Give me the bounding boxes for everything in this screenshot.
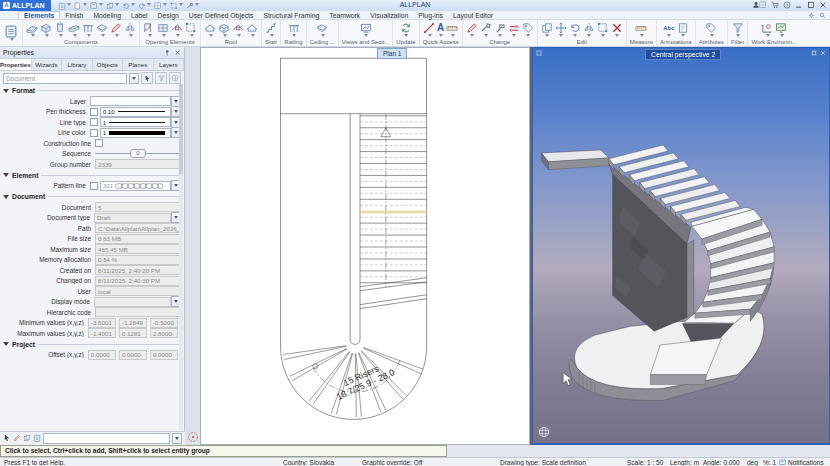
palette-tab-objects[interactable]: Objects — [93, 59, 123, 70]
settings-gear-icon[interactable] — [808, 12, 815, 20]
palette-window-icon[interactable] — [169, 72, 181, 84]
status-angle-unit[interactable]: deg — [747, 459, 758, 466]
line-color-checkbox[interactable] — [90, 129, 98, 137]
attributes-tag-icon[interactable] — [705, 22, 717, 39]
measure-tool-icon[interactable] — [635, 22, 647, 39]
line-type-field[interactable]: 1 — [100, 117, 172, 127]
tab-visualization[interactable]: Visualization — [365, 11, 413, 19]
draw-line-icon[interactable] — [423, 22, 435, 39]
delete-tool-icon[interactable] — [611, 22, 623, 39]
apply-properties-icon[interactable] — [13, 434, 21, 443]
match-properties-icon[interactable] — [522, 22, 534, 39]
windows-layout-icon[interactable] — [153, 0, 168, 11]
compass-icon[interactable] — [187, 431, 199, 443]
layer-field[interactable] — [90, 96, 171, 106]
sequence-slider[interactable]: 0 — [95, 149, 181, 158]
open-file-icon[interactable] — [105, 0, 120, 11]
roof-frame-icon[interactable] — [218, 22, 230, 39]
minimize-button[interactable] — [795, 1, 803, 10]
view-section-icon[interactable] — [360, 22, 372, 39]
new-file-icon[interactable] — [73, 0, 88, 11]
tab-teamwork[interactable]: Teamwork — [324, 11, 365, 19]
mirror-tool-icon[interactable] — [583, 22, 595, 39]
status-notifications[interactable]: Notifications — [779, 459, 823, 466]
roof-covering-icon[interactable] — [246, 22, 258, 39]
line-color-field[interactable]: 1 — [100, 128, 172, 138]
palette-tab-planes[interactable]: Planes — [123, 59, 153, 70]
tab-layout-editor[interactable]: Layout Editor — [448, 11, 498, 19]
tab-structural-framing[interactable]: Structural Framing — [258, 11, 324, 19]
status-scale[interactable]: Scale:1 : 50 — [627, 459, 663, 466]
roof-tool-icon[interactable] — [204, 22, 216, 39]
document-icon[interactable] — [57, 0, 72, 11]
wall-line-icon[interactable] — [82, 22, 94, 39]
filter-combo-dropdown[interactable] — [129, 73, 139, 84]
favorites-combo[interactable] — [43, 433, 170, 444]
line-type-checkbox[interactable] — [90, 118, 98, 126]
search-icon[interactable] — [819, 12, 826, 20]
window-tool-icon[interactable] — [157, 22, 169, 39]
stair-tool-icon[interactable] — [265, 22, 277, 39]
door-tool-icon[interactable] — [143, 22, 155, 39]
favorites-dropdown[interactable] — [172, 433, 182, 444]
pen-thickness-field[interactable]: 0.10 — [100, 107, 172, 117]
opening-tool-icon[interactable] — [171, 22, 183, 39]
update-3d-icon[interactable] — [400, 22, 412, 39]
save-icon[interactable] — [89, 0, 104, 11]
move-tool-icon[interactable] — [555, 22, 567, 39]
palette-tab-properties[interactable]: Properties — [0, 59, 32, 70]
modify-pen-icon[interactable] — [466, 22, 478, 39]
element-filter-combo[interactable]: Document — [3, 73, 127, 84]
help-icon[interactable]: ? — [783, 1, 791, 10]
copy-tool-icon[interactable] — [541, 22, 553, 39]
column-tool-icon[interactable] — [54, 22, 66, 39]
close-button[interactable] — [819, 1, 827, 10]
tab-modeling[interactable]: Modeling — [88, 11, 126, 19]
paste-properties-icon[interactable] — [33, 434, 41, 443]
stretch-tool-icon[interactable] — [597, 22, 609, 39]
section-project[interactable]: Project — [0, 339, 184, 350]
beam-tool-icon[interactable] — [68, 22, 80, 39]
copy-properties-icon[interactable] — [23, 434, 31, 443]
perspective-viewport[interactable]: Central perspective 2 — [532, 47, 830, 445]
axes-tool-icon[interactable] — [761, 22, 773, 39]
roof-window-icon[interactable] — [232, 22, 244, 39]
allplan-logo[interactable]: A ALLPLAN — [0, 0, 51, 11]
palette-close-icon[interactable] — [174, 49, 181, 57]
tab-label[interactable]: Label — [126, 11, 153, 19]
undo-icon[interactable] — [121, 0, 136, 11]
construction-line-checkbox[interactable] — [95, 139, 103, 147]
restore-button[interactable] — [807, 1, 815, 10]
note-tool-icon[interactable] — [677, 22, 689, 39]
component-box-icon[interactable] — [40, 22, 52, 39]
palette-tab-wizards[interactable]: Wizards — [32, 59, 62, 70]
status-drawing-type[interactable]: Drawing type:Scale definition — [500, 459, 586, 466]
adjust-tool-icon[interactable] — [480, 22, 492, 39]
filter-funnel-icon[interactable] — [732, 22, 744, 39]
tools-icon[interactable] — [185, 0, 200, 11]
tab-plug-ins[interactable]: Plug-ins — [413, 11, 448, 19]
work-environment-icon[interactable] — [775, 22, 787, 39]
status-angle[interactable]: Angle:0.000 — [703, 459, 740, 466]
redo-icon[interactable] — [137, 0, 152, 11]
wall-tool-icon[interactable] — [26, 22, 38, 39]
palette-tab-layers[interactable]: Layers — [154, 59, 184, 70]
task-board-button[interactable] — [0, 20, 23, 46]
section-format[interactable]: Format — [0, 85, 184, 96]
tab-finish[interactable]: Finish — [60, 11, 88, 19]
section-document[interactable]: Document — [0, 191, 184, 202]
swap-tool-icon[interactable] — [508, 22, 520, 39]
pattern-line-checkbox[interactable] — [90, 182, 98, 190]
abc-text-icon[interactable]: Abc — [663, 22, 674, 39]
convert-tool-icon[interactable] — [494, 22, 506, 39]
views-icon[interactable] — [169, 0, 184, 11]
plan-viewport[interactable]: Plan 1 — [200, 47, 530, 445]
railing-tool-icon[interactable] — [288, 22, 300, 39]
status-length-unit[interactable]: Length:m — [670, 459, 699, 466]
plan-view-tab[interactable]: Plan 1 — [377, 48, 407, 59]
select-arrow-icon[interactable] — [141, 72, 153, 84]
take-properties-icon[interactable] — [3, 434, 11, 443]
ceiling-tool-icon[interactable] — [316, 22, 328, 39]
palette-filter-icon[interactable] — [155, 72, 167, 84]
section-element[interactable]: Element — [0, 170, 184, 181]
